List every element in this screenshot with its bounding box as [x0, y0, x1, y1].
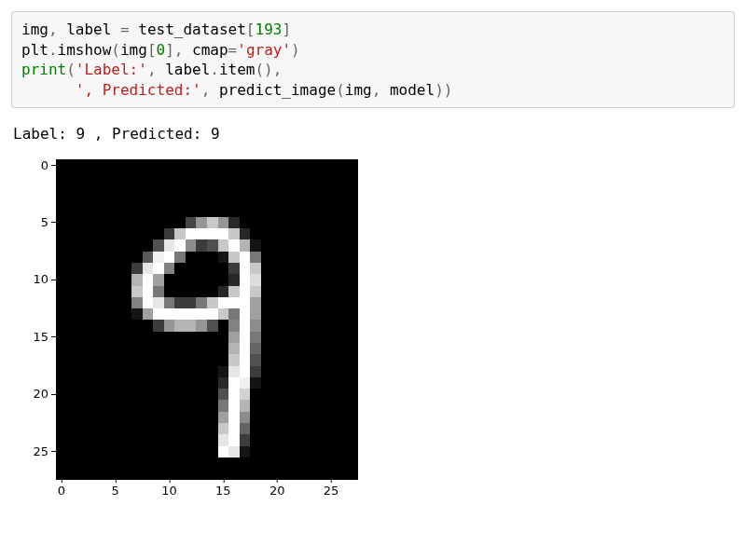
x-tick: 10 [161, 484, 177, 498]
code-token: [ [147, 41, 157, 59]
code-token: ], [165, 41, 192, 59]
code-token: , [201, 81, 219, 99]
x-tick: 0 [58, 484, 65, 498]
x-tick: 5 [112, 484, 119, 498]
code-token: model [390, 81, 435, 99]
code-token: img [345, 81, 372, 99]
code-cell: img, label = test_dataset[193] plt.imsho… [11, 11, 735, 108]
plot-figure: 0510152025 0510152025 [11, 150, 384, 532]
y-tick: 0 [11, 158, 48, 172]
y-tick: 25 [11, 444, 48, 458]
code-token: img [120, 41, 147, 59]
code-token: imshow [58, 41, 112, 59]
code-token: . [48, 41, 58, 59]
code-token: ( [336, 81, 345, 99]
code-token: )) [435, 81, 452, 99]
code-token: 'Label:' [76, 61, 147, 78]
code-token: 0 [157, 41, 166, 59]
code-token: ( [111, 41, 120, 59]
code-token: = [228, 41, 238, 59]
x-tick: 25 [324, 484, 339, 498]
code-token: img [21, 20, 48, 38]
x-tick: 20 [269, 484, 285, 498]
code-token: , [372, 81, 390, 99]
pixel-grid [56, 159, 358, 480]
code-token: label [165, 61, 210, 78]
code-token: cmap [192, 41, 228, 59]
code-token: 193 [256, 20, 283, 38]
code-token: label [66, 20, 111, 38]
y-tick: 15 [11, 330, 48, 344]
y-tick: 10 [11, 272, 48, 286]
code-token: 'gray' [237, 41, 291, 59]
code-token: . [210, 61, 219, 78]
heatmap-image [56, 159, 358, 480]
code-token: ) [291, 41, 300, 59]
code-token: , [48, 20, 66, 38]
x-tick: 15 [215, 484, 231, 498]
y-tick: 20 [11, 387, 48, 401]
code-token: print [21, 61, 66, 78]
code-token: test_dataset [138, 20, 246, 38]
code-token: , [147, 61, 165, 78]
stdout-output: Label: 9 , Predicted: 9 [13, 125, 733, 143]
code-token: (), [255, 61, 291, 78]
code-token: ( [66, 61, 76, 78]
y-tick: 5 [11, 215, 48, 229]
code-token: predict_image [219, 81, 336, 99]
code-token: [ [246, 20, 256, 38]
code-token: plt [21, 41, 48, 59]
code-token: item [219, 61, 256, 78]
code-token: = [120, 20, 130, 38]
code-token: ] [282, 20, 291, 38]
code-token: ', Predicted:' [76, 81, 201, 99]
